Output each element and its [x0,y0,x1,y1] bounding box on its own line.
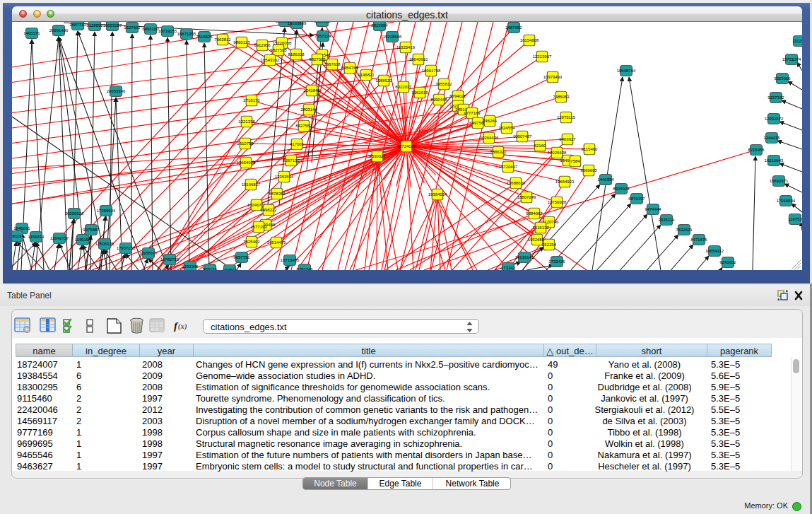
svg-text:9884067: 9884067 [526,211,543,216]
svg-text:1733426: 1733426 [548,259,565,264]
svg-text:8471676: 8471676 [690,238,707,242]
svg-text:391194: 391194 [12,234,24,238]
svg-text:9329966: 9329966 [774,76,791,81]
svg-text:10654112: 10654112 [705,249,724,253]
svg-text:116753: 116753 [788,217,802,221]
svg-text:111254: 111254 [792,39,802,43]
svg-text:1687713: 1687713 [69,23,86,27]
svg-text:12505135: 12505135 [95,242,114,246]
svg-text:10973493: 10973493 [543,75,563,79]
svg-text:1244415: 1244415 [763,136,780,140]
svg-text:9498222: 9498222 [260,208,277,212]
svg-text:10653287: 10653287 [103,23,122,28]
svg-text:1405571: 1405571 [23,31,40,35]
svg-text:16914479: 16914479 [267,240,286,245]
svg-text:9474444: 9474444 [645,207,661,211]
svg-text:905135: 905135 [203,267,218,270]
svg-text:417001: 417001 [290,142,305,146]
svg-text:252254: 252254 [542,243,557,247]
svg-text:7357224: 7357224 [314,34,331,38]
svg-text:173342: 173342 [501,266,516,270]
svg-text:13353594: 13353594 [275,175,294,179]
svg-text:13716485: 13716485 [281,258,300,262]
svg-text:9699695: 9699695 [580,168,597,173]
svg-text:746266: 746266 [483,119,498,123]
svg-text:19384554: 19384554 [428,192,447,197]
svg-text:9860123: 9860123 [233,40,250,45]
svg-text:7632621: 7632621 [676,228,693,232]
svg-text:8427552: 8427552 [295,124,312,128]
svg-text:8912956: 8912956 [254,43,271,47]
svg-text:7584: 7584 [570,159,580,163]
svg-text:1588520: 1588520 [375,78,392,83]
svg-text:8990448: 8990448 [430,98,447,102]
svg-text:7515526: 7515526 [196,35,213,39]
svg-text:7485063: 7485063 [553,95,570,99]
svg-text:12942757: 12942757 [50,236,69,240]
svg-text:9827505: 9827505 [270,48,287,52]
svg-text:9777169: 9777169 [464,111,481,115]
svg-text:18724007: 18724007 [397,144,416,148]
svg-text:8215955: 8215955 [748,148,765,152]
svg-text:1610755: 1610755 [237,141,254,146]
svg-text:1527602: 1527602 [124,25,141,30]
svg-text:10958107: 10958107 [139,251,158,255]
svg-text:(x): (x) [178,322,187,331]
svg-text:17359924: 17359924 [97,209,116,213]
svg-text:10648764: 10648764 [617,69,636,73]
svg-text:8878354: 8878354 [269,192,286,196]
svg-text:18640910: 18640910 [409,57,428,62]
svg-text:1221338: 1221338 [238,119,255,124]
svg-text:1440954: 1440954 [597,177,614,182]
svg-text:9245652: 9245652 [719,260,736,264]
svg-text:7663812: 7663812 [214,37,231,42]
svg-text:12975115: 12975115 [557,115,576,119]
svg-text:190513: 190513 [223,268,237,270]
svg-text:19218506: 19218506 [383,35,402,39]
svg-text:6466160: 6466160 [142,27,159,31]
svg-text:1156819: 1156819 [28,235,45,239]
svg-text:3624554: 3624554 [498,126,515,130]
svg-text:16033809: 16033809 [288,22,307,25]
svg-text:62160: 62160 [534,144,546,148]
svg-text:7955812: 7955812 [435,82,452,86]
svg-text:2803144: 2803144 [300,107,317,112]
svg-text:8267130: 8267130 [283,158,300,163]
svg-text:10025438: 10025438 [548,151,567,155]
svg-text:9975887: 9975887 [83,228,100,232]
svg-text:19166827: 19166827 [242,182,261,187]
svg-text:1292346: 1292346 [296,267,313,270]
svg-text:2935114: 2935114 [659,218,676,222]
svg-text:8938923: 8938923 [613,187,630,191]
svg-text:9827505: 9827505 [309,57,326,62]
svg-text:16782759: 16782759 [160,257,180,262]
svg-text:2967608: 2967608 [324,62,341,66]
svg-text:15692971: 15692971 [770,179,789,183]
svg-text:11325419: 11325419 [396,45,416,49]
svg-text:16671355: 16671355 [177,32,196,36]
svg-text:9146821: 9146821 [358,73,375,77]
svg-text:20053346: 20053346 [107,89,126,93]
svg-text:15751074: 15751074 [782,57,801,62]
svg-text:9128852: 9128852 [86,23,103,28]
svg-text:1615132: 1615132 [532,226,549,230]
svg-text:6879197: 6879197 [628,197,645,201]
svg-text:10719155: 10719155 [158,29,177,33]
svg-text:20364436: 20364436 [480,136,499,140]
svg-text:8813054: 8813054 [371,23,388,28]
svg-text:10688609: 10688609 [507,181,526,185]
svg-text:18807249: 18807249 [517,195,536,199]
svg-text:9115460: 9115460 [582,147,599,151]
svg-text:14136141: 14136141 [515,255,534,259]
svg-text:2718170: 2718170 [243,98,260,103]
svg-text:20206526: 20206526 [65,211,84,216]
svg-text:7886322: 7886322 [490,150,507,154]
svg-text:16961758: 16961758 [422,69,441,73]
svg-text:15720407: 15720407 [499,165,518,169]
svg-text:9657791: 9657791 [233,255,250,259]
svg-text:2242848: 2242848 [303,88,320,93]
svg-text:19654925: 19654925 [237,160,256,165]
svg-text:2530027: 2530027 [369,154,386,158]
svg-text:6794028: 6794028 [449,94,466,98]
svg-text:1303921: 1303921 [314,22,331,23]
